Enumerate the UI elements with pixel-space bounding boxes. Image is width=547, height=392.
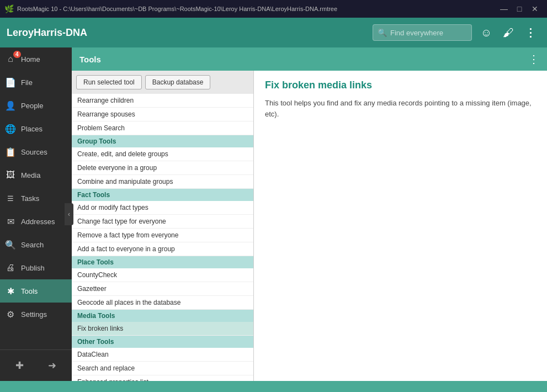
tool-list-scroll[interactable]: Rearrange children Rearrange spouses Pro… — [72, 94, 253, 381]
tool-item-dataclean[interactable]: DataClean — [72, 348, 253, 362]
sidebar-item-file[interactable]: 📄 File — [0, 71, 72, 94]
app-icon: 🌿 — [4, 4, 14, 13]
publish-icon: 🖨 — [4, 262, 17, 274]
section-header-media-tools: Media Tools — [72, 310, 253, 322]
app-title: LeroyHarris-DNA — [7, 27, 373, 39]
sidebar-item-addresses[interactable]: ✉ Addresses — [0, 210, 72, 233]
hint-button[interactable]: ☺ — [476, 23, 496, 43]
tool-item-create-groups[interactable]: Create, edit, and delete groups — [72, 147, 253, 161]
run-selected-tool-button[interactable]: Run selected tool — [76, 75, 142, 89]
section-header-group-tools: Group Tools — [72, 135, 253, 147]
sidebar-label-people: People — [21, 102, 43, 110]
tasks-icon: ☰ — [4, 192, 17, 204]
sidebar-item-tasks[interactable]: ☰ Tasks — [0, 187, 72, 210]
addresses-icon: ✉ — [4, 215, 17, 227]
tool-item-rearrange-spouses[interactable]: Rearrange spouses — [72, 108, 253, 121]
sidebar-label-file: File — [21, 78, 33, 87]
search-box[interactable]: 🔍 Find everywhere — [373, 24, 472, 41]
sidebar-label-media: Media — [21, 171, 40, 179]
section-header-other-tools: Other Tools — [72, 336, 253, 348]
tool-item-gazetteer[interactable]: Gazetteer — [72, 282, 253, 296]
sidebar-item-publish[interactable]: 🖨 Publish — [0, 256, 72, 279]
tools-header: Tools ⋮ — [72, 47, 547, 71]
sidebar-item-search[interactable]: 🔍 Search — [0, 233, 72, 256]
paint-button[interactable]: 🖌 — [498, 23, 518, 43]
maximize-button[interactable]: □ — [512, 1, 527, 17]
sources-icon: 📋 — [4, 146, 17, 158]
add-person-button[interactable]: ✚ — [11, 357, 29, 374]
tool-item-geocode[interactable]: Geocode all places in the database — [72, 296, 253, 310]
sidebar-item-home[interactable]: ⌂ Home 4 — [0, 47, 72, 71]
tool-item-combine-groups[interactable]: Combine and manipulate groups — [72, 175, 253, 189]
sidebar-label-publish: Publish — [21, 264, 45, 272]
tools-menu-button[interactable]: ⋮ — [528, 52, 539, 66]
sidebar-item-places[interactable]: 🌐 Places — [0, 117, 72, 140]
sidebar-label-sources: Sources — [21, 148, 47, 156]
sidebar-item-people[interactable]: 👤 People — [0, 94, 72, 117]
tool-item-add-fact-group[interactable]: Add a fact to everyone in a group — [72, 242, 253, 256]
sidebar-toggle-button[interactable]: ‹ — [65, 203, 73, 225]
tool-item-change-fact-type[interactable]: Change fact type for everyone — [72, 215, 253, 229]
close-button[interactable]: ✕ — [527, 1, 543, 17]
tool-item-remove-fact-type[interactable]: Remove a fact type from everyone — [72, 229, 253, 242]
file-icon: 📄 — [4, 76, 17, 88]
sidebar-label-tasks: Tasks — [21, 194, 39, 203]
sidebar-item-settings[interactable]: ⚙ Settings — [0, 303, 72, 326]
tool-detail-description: This tool helps you find and fix any med… — [265, 98, 536, 119]
tool-item-add-modify-fact[interactable]: Add or modify fact types — [72, 201, 253, 215]
tool-button-row: Run selected tool Backup database — [72, 71, 253, 94]
sidebar: ⌂ Home 4 📄 File 👤 People 🌐 Places 📋 Sour… — [0, 47, 72, 381]
search-nav-icon: 🔍 — [4, 239, 17, 251]
title-text: RootsMagic 10 - C:\Users\harri\Documents… — [17, 6, 496, 12]
places-icon: 🌐 — [4, 123, 17, 135]
sidebar-label-tools: Tools — [21, 287, 38, 295]
tools-icon: ✱ — [4, 285, 17, 297]
minimize-button[interactable]: — — [496, 1, 512, 17]
sidebar-label-search: Search — [21, 241, 44, 249]
tools-page-title: Tools — [79, 55, 528, 64]
tool-detail-panel: Fix broken media links This tool helps y… — [254, 71, 547, 381]
backup-database-button[interactable]: Backup database — [145, 75, 211, 89]
settings-icon: ⚙ — [4, 308, 17, 320]
tool-item-search-replace[interactable]: Search and replace — [72, 362, 253, 375]
tool-item-rearrange-children[interactable]: Rearrange children — [72, 94, 253, 108]
sidebar-item-media[interactable]: 🖼 Media — [0, 163, 72, 187]
tool-item-countycheck[interactable]: CountyCheck — [72, 268, 253, 282]
tool-item-problem-search[interactable]: Problem Search — [72, 121, 253, 135]
sidebar-bottom-row: ✚ ➜ — [0, 353, 72, 378]
media-icon: 🖼 — [4, 169, 17, 181]
sidebar-item-tools[interactable]: ✱ Tools — [0, 279, 72, 303]
home-badge: 4 — [13, 51, 21, 58]
main: ⌂ Home 4 📄 File 👤 People 🌐 Places 📋 Sour… — [0, 47, 547, 381]
titlebar: 🌿 RootsMagic 10 - C:\Users\harri\Documen… — [0, 0, 547, 18]
content-area: Tools ⋮ Run selected tool Backup databas… — [72, 47, 547, 381]
section-header-place-tools: Place Tools — [72, 256, 253, 268]
sidebar-item-sources[interactable]: 📋 Sources — [0, 140, 72, 163]
tool-detail-title: Fix broken media links — [265, 80, 536, 91]
header: LeroyHarris-DNA 🔍 Find everywhere ☺ 🖌 ⋮ — [0, 18, 547, 47]
tool-list-panel: Run selected tool Backup database Rearra… — [72, 71, 254, 381]
tool-item-delete-group[interactable]: Delete everyone in a group — [72, 161, 253, 175]
tools-body: Run selected tool Backup database Rearra… — [72, 71, 547, 381]
header-menu-button[interactable]: ⋮ — [521, 23, 540, 43]
sidebar-bottom: ✚ ➜ — [0, 349, 72, 381]
sidebar-label-home: Home — [21, 55, 40, 63]
tool-item-fix-broken-links[interactable]: Fix broken links — [72, 322, 253, 336]
section-header-fact-tools: Fact Tools — [72, 189, 253, 201]
sidebar-label-addresses: Addresses — [21, 218, 55, 226]
navigate-button[interactable]: ➜ — [44, 357, 61, 374]
search-icon: 🔍 — [378, 28, 387, 37]
sidebar-label-places: Places — [21, 125, 43, 133]
tool-item-enhanced-properties[interactable]: Enhanced properties list — [72, 375, 253, 381]
sidebar-label-settings: Settings — [21, 310, 47, 319]
people-icon: 👤 — [4, 99, 17, 112]
search-placeholder: Find everywhere — [390, 29, 443, 37]
statusbar — [0, 381, 547, 392]
